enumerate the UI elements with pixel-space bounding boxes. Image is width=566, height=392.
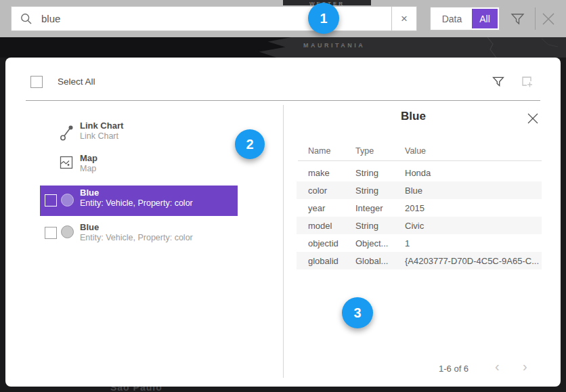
map-border-lines [406, 37, 566, 58]
column-header-value: Value [405, 146, 426, 156]
result-item-map[interactable]: Map [80, 153, 97, 163]
attr-value: Blue [405, 186, 542, 196]
search-icon [20, 13, 32, 25]
attr-name: make [297, 168, 355, 178]
filter-icon [492, 74, 505, 88]
attr-type: Object... [355, 238, 405, 248]
table-row: globalid Global... {A4203777-D70D-4C5C-9… [297, 252, 542, 269]
result-item-blue-title: Blue [80, 188, 99, 198]
attr-value: 2015 [405, 203, 542, 213]
attr-name: objectid [297, 238, 355, 248]
entity-circle-icon [61, 225, 74, 238]
panel-header-divider [26, 100, 540, 101]
detail-close-button[interactable] [527, 112, 539, 127]
pagination-next-button[interactable]: › [523, 359, 527, 374]
result-item-link-chart[interactable]: Link Chart [80, 121, 123, 131]
map-label-mauritania: MAURITANIA [303, 42, 365, 49]
attr-value: Civic [405, 221, 542, 231]
table-row: model String Civic [297, 217, 542, 234]
attr-type: String [355, 221, 405, 231]
result-item-blue-subtitle: Entity: Vehicle, Property: color [80, 198, 193, 208]
item-checkbox[interactable] [45, 227, 57, 239]
link-chart-icon [60, 125, 75, 144]
annotation-badge-1: 1 [308, 3, 339, 34]
table-header-divider [298, 160, 542, 161]
attr-type: Integer [355, 203, 405, 213]
clear-search-button[interactable]: × [391, 7, 416, 30]
result-item-map-subtitle: Map [80, 164, 96, 173]
table-row: year Integer 2015 [297, 199, 542, 217]
result-item-link-chart-subtitle: Link Chart [80, 131, 118, 141]
attr-type: String [355, 168, 405, 178]
annotation-badge-2: 2 [235, 129, 265, 159]
toolbar-filter-button[interactable] [510, 11, 525, 29]
box-plus-icon [520, 75, 534, 89]
attr-value: {A4203777-D70D-4C5C-9A65-C... [405, 256, 542, 266]
pagination-prev-button[interactable]: ‹ [495, 359, 500, 374]
select-all-checkbox[interactable] [30, 76, 43, 88]
map-icon [60, 156, 73, 172]
toolbar-close-button[interactable] [540, 11, 557, 30]
attr-type: Global... [355, 256, 405, 266]
scope-option-data[interactable]: Data [432, 14, 472, 24]
column-header-type: Type [355, 146, 374, 156]
panel-filter-button[interactable] [492, 74, 505, 91]
scope-option-all[interactable]: All [472, 9, 498, 28]
add-selection-button[interactable] [520, 75, 534, 91]
item-checkbox[interactable] [45, 194, 57, 206]
table-row: objectid Object... 1 [297, 234, 542, 252]
attr-value: Honda [405, 168, 542, 178]
column-header-name: Name [308, 146, 330, 156]
map-landmass [0, 37, 291, 58]
chevron-left-icon: ‹ [495, 359, 500, 374]
table-row: color String Blue [297, 181, 542, 199]
clear-icon: × [401, 12, 408, 26]
chevron-right-icon: › [523, 359, 527, 374]
attr-name: year [297, 203, 355, 213]
search-query-text: blue [41, 13, 60, 24]
detail-title: Blue [297, 110, 530, 123]
background-map: MAURITANIA [0, 37, 566, 58]
app-window: WESTER blue × Data All MAURITANIA [0, 0, 566, 392]
attr-name: color [297, 186, 355, 196]
attr-type: String [355, 186, 405, 196]
attr-name: globalid [297, 256, 355, 266]
table-row: make String Honda [297, 164, 542, 181]
pagination-range: 1-6 of 6 [439, 364, 469, 374]
close-icon [527, 112, 539, 125]
result-item-blue2[interactable]: Blue [80, 222, 99, 232]
search-input[interactable]: blue × [11, 6, 417, 31]
entity-circle-icon [61, 194, 74, 206]
attr-name: model [297, 221, 355, 231]
result-item-blue2-subtitle: Entity: Vehicle, Property: color [80, 233, 193, 242]
select-all-label: Select All [58, 77, 95, 87]
list-detail-divider [283, 105, 284, 378]
search-results-panel: Select All Link Chart Link Chart [5, 58, 561, 387]
scope-toggle: Data All [430, 7, 500, 30]
filter-icon [510, 11, 525, 26]
close-icon [540, 11, 557, 27]
annotation-badge-3: 3 [342, 297, 373, 328]
attr-value: 1 [405, 238, 542, 248]
toolbar-divider [535, 7, 536, 30]
